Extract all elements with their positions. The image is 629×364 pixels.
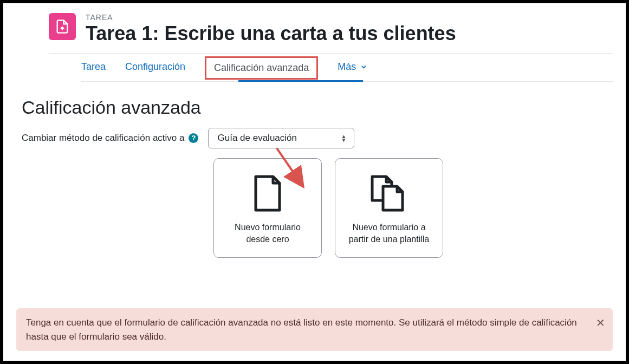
warning-alert: Tenga en cuenta que el formulario de cal… <box>16 308 613 351</box>
alert-text: Tenga en cuenta que el formulario de cal… <box>26 317 577 342</box>
page-task-title: Tarea 1: Escribe una carta a tus cliente… <box>86 23 456 44</box>
close-icon[interactable]: ✕ <box>596 315 605 331</box>
section-title: Calificación avanzada <box>22 97 613 118</box>
tab-calificacion-avanzada[interactable]: Calificación avanzada <box>214 62 309 73</box>
active-tab-underline <box>238 80 363 82</box>
page-header: TAREA Tarea 1: Escribe una carta a tus c… <box>49 13 613 44</box>
annotation-highlight-box: Calificación avanzada <box>205 56 318 80</box>
select-updown-icon: ▲▼ <box>341 134 347 142</box>
grading-method-select[interactable]: Guía de evaluación ▲▼ <box>208 128 354 148</box>
tab-configuracion[interactable]: Configuración <box>125 61 185 75</box>
document-stack-icon <box>368 174 410 214</box>
tab-bar: Tarea Configuración Calificación avanzad… <box>81 54 613 82</box>
new-form-from-template-button[interactable]: Nuevo formulario a partir de una plantil… <box>335 158 443 258</box>
chevron-down-icon <box>361 61 367 73</box>
card-label: Nuevo formulario desde cero <box>224 222 312 246</box>
document-icon <box>252 174 283 214</box>
assignment-icon <box>49 13 76 40</box>
grading-method-label: Cambiar método de calificación activo a <box>22 133 184 144</box>
new-form-from-scratch-button[interactable]: Nuevo formulario desde cero <box>213 158 322 258</box>
tab-tarea[interactable]: Tarea <box>81 61 106 75</box>
tab-more[interactable]: Más <box>338 61 367 75</box>
tab-more-label: Más <box>338 61 356 72</box>
help-icon[interactable]: ? <box>189 133 198 143</box>
card-label: Nuevo formulario a partir de una plantil… <box>345 222 433 246</box>
breadcrumb-label: TAREA <box>86 13 456 22</box>
select-value: Guía de evaluación <box>217 133 297 144</box>
